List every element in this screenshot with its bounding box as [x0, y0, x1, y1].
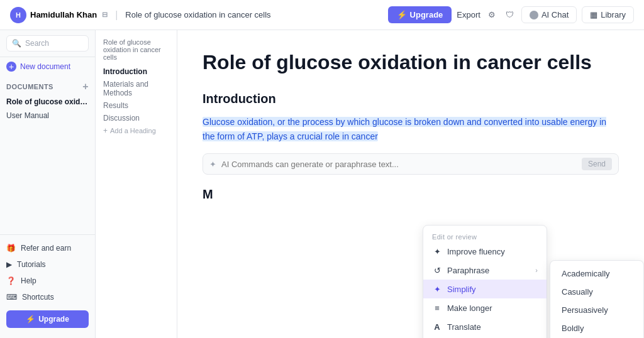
lightning-icon-sidebar: ⚡: [26, 315, 35, 324]
settings-icon[interactable]: ⚙: [486, 8, 498, 22]
search-box[interactable]: 🔍 Search: [6, 35, 89, 52]
content-area: Role of glucose oxidation in cancer cell…: [177, 30, 644, 338]
outline-top-item[interactable]: Role of glucose oxidation in cancer cell…: [96, 36, 177, 63]
outline-item-methods[interactable]: Materials and Methods: [96, 78, 177, 99]
sidebar: 🔍 Search + New document Documents + Role…: [0, 30, 96, 338]
topbar: H Hamidullah Khan ⊟ | Role of glucose ox…: [0, 0, 644, 30]
gift-icon: 🎁: [6, 244, 16, 253]
sidebar-item-refer[interactable]: 🎁 Refer and earn: [0, 240, 95, 256]
sidebar-item-shortcuts[interactable]: ⌨ Shortcuts: [0, 289, 95, 305]
simplify-icon: ✦: [432, 284, 442, 294]
doc-main-title: Role of glucose oxidation in cancer cell…: [203, 50, 619, 74]
ai-send-button[interactable]: Send: [582, 158, 612, 170]
menu-item-simplify[interactable]: ✦ Simplify: [423, 280, 547, 298]
lightning-icon: ⚡: [397, 10, 407, 19]
ai-command-box: ✦ Send: [203, 153, 619, 175]
sub-item-academically[interactable]: Academically: [550, 264, 643, 283]
chat-icon: [530, 11, 538, 19]
avatar: H: [10, 7, 26, 23]
intro-body: Glucose oxidation, or the process by whi…: [203, 115, 619, 143]
ai-dropdown-container: Edit or review ✦ Improve fluency ↺ Parap…: [423, 225, 644, 338]
paraphrase-chevron-icon: ›: [535, 266, 538, 274]
ai-command-input[interactable]: [221, 160, 577, 169]
section-m: M: [203, 187, 619, 202]
user-name: Hamidullah Khan: [30, 10, 97, 19]
highlighted-text: Glucose oxidation, or the process by whi…: [203, 117, 606, 141]
shield-icon[interactable]: 🛡: [503, 8, 516, 22]
search-area: 🔍 Search: [0, 30, 95, 57]
documents-section-header: Documents +: [0, 76, 95, 95]
intro-heading: Introduction: [203, 92, 619, 106]
sidebar-item-doc-2[interactable]: User Manual: [0, 109, 95, 123]
upgrade-button[interactable]: ⚡ Upgrade: [388, 6, 452, 23]
topbar-actions: ⚡ Upgrade Export ⚙ 🛡 AI Chat ▦ Library: [388, 6, 634, 23]
ai-command-icon: ✦: [209, 160, 216, 169]
menu-item-paraphrase[interactable]: ↺ Paraphrase ›: [423, 261, 547, 280]
sub-item-casually[interactable]: Casually: [550, 283, 643, 301]
add-heading-button[interactable]: + Add a Heading: [96, 124, 177, 137]
library-button[interactable]: ▦ Library: [582, 6, 634, 23]
ai-chat-button[interactable]: AI Chat: [521, 6, 577, 23]
sub-item-persuasively[interactable]: Persuasively: [550, 301, 643, 319]
edit-review-label: Edit or review: [423, 229, 547, 242]
export-button[interactable]: Export: [457, 10, 480, 19]
doc-outline: Role of glucose oxidation in cancer cell…: [96, 30, 177, 338]
outline-item-intro[interactable]: Introduction: [96, 65, 177, 78]
sub-item-boldly[interactable]: Boldly: [550, 319, 643, 337]
keyboard-icon: ⌨: [6, 293, 17, 302]
outline-item-discussion[interactable]: Discussion: [96, 112, 177, 124]
add-document-icon[interactable]: +: [82, 81, 89, 92]
main-layout: 🔍 Search + New document Documents + Role…: [0, 30, 644, 338]
new-doc-icon: +: [6, 62, 16, 72]
user-info: H Hamidullah Khan ⊟: [10, 7, 108, 23]
sidebar-upgrade-button[interactable]: ⚡ Upgrade: [6, 310, 89, 328]
sidebar-item-help[interactable]: ❓ Help: [0, 273, 95, 289]
search-icon: 🔍: [12, 39, 21, 48]
outline-item-results[interactable]: Results: [96, 99, 177, 112]
doc-toggle-icon[interactable]: ⊟: [102, 11, 108, 19]
search-placeholder: Search: [25, 39, 49, 48]
library-icon: ▦: [590, 10, 597, 19]
help-icon: ❓: [6, 276, 16, 285]
play-icon: ▶: [6, 260, 12, 269]
improve-icon: ✦: [432, 246, 442, 256]
paraphrase-icon: ↺: [432, 265, 442, 275]
menu-item-make-longer[interactable]: ≡ Make longer: [423, 298, 547, 317]
sidebar-item-tutorials[interactable]: ▶ Tutorials: [0, 256, 95, 273]
menu-item-improve[interactable]: ✦ Improve fluency: [423, 242, 547, 261]
sidebar-item-doc-1[interactable]: Role of glucose oxida...: [0, 95, 95, 109]
add-heading-plus-icon: +: [103, 126, 108, 135]
sidebar-footer: 🎁 Refer and earn ▶ Tutorials ❓ Help ⌨ Sh…: [0, 234, 95, 338]
new-document-button[interactable]: + New document: [0, 57, 95, 76]
ai-main-menu: Edit or review ✦ Improve fluency ↺ Parap…: [423, 225, 547, 338]
topbar-divider: |: [115, 9, 118, 21]
topbar-doc-title: Role of glucose oxidation in cancer cell…: [125, 10, 380, 19]
menu-item-translate[interactable]: A Translate: [423, 317, 547, 336]
simplify-sub-menu: Academically Casually Persuasively Boldl…: [550, 260, 644, 338]
make-longer-icon: ≡: [432, 303, 442, 313]
translate-icon: A: [432, 322, 442, 332]
